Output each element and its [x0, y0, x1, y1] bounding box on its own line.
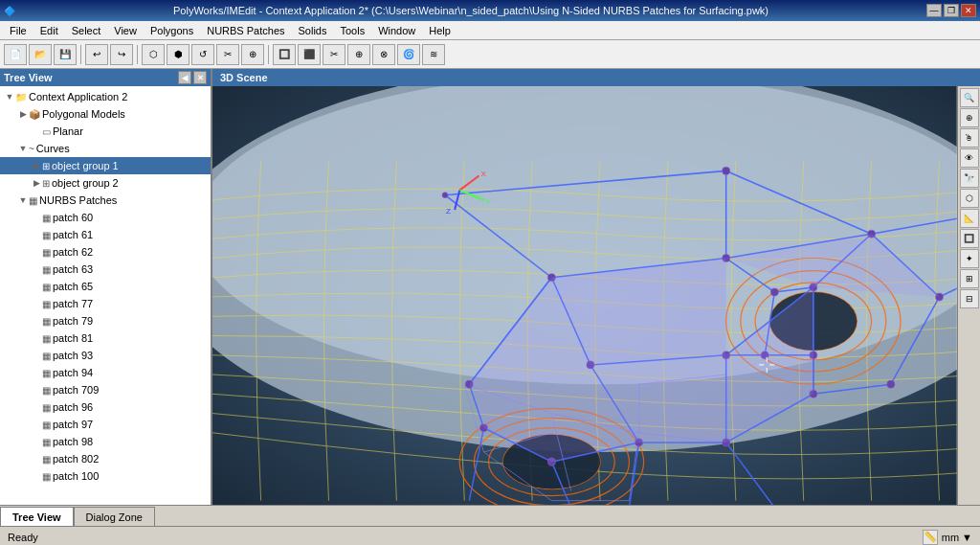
- minimize-button[interactable]: —: [926, 4, 942, 17]
- tree-expand-poly[interactable]: ▶: [17, 108, 29, 120]
- tree-item-nurbs[interactable]: ▼▦NURBS Patches: [0, 192, 211, 209]
- rt-btn-7[interactable]: 📐: [960, 209, 979, 228]
- tool14[interactable]: ≋: [422, 44, 445, 65]
- menu-item-polygons[interactable]: Polygons: [145, 23, 199, 38]
- tool9[interactable]: ⬛: [298, 44, 321, 65]
- tree-expand-nurbs[interactable]: ▼: [17, 194, 29, 206]
- menu-item-help[interactable]: Help: [423, 23, 457, 38]
- tool11[interactable]: ⊕: [347, 44, 370, 65]
- tool3[interactable]: ⬡: [142, 44, 165, 65]
- tree-icon-p61: ▦: [42, 230, 51, 240]
- tree-content[interactable]: ▼📁Context Application 2▶📦Polygonal Model…: [0, 86, 211, 505]
- close-button[interactable]: ✕: [961, 4, 976, 17]
- panel-pin-button[interactable]: ◀: [178, 71, 191, 84]
- tree-item-curves[interactable]: ▼~Curves: [0, 140, 211, 157]
- separator-3: [268, 45, 269, 64]
- tree-item-ctx2[interactable]: ▼📁Context Application 2: [0, 88, 211, 105]
- tree-item-p62[interactable]: ▦patch 62: [0, 243, 211, 261]
- rt-btn-11[interactable]: ⊟: [960, 289, 979, 308]
- tool10[interactable]: ✂: [323, 44, 345, 65]
- tool13[interactable]: 🌀: [397, 44, 420, 65]
- tree-item-p63[interactable]: ▦patch 63: [0, 261, 211, 278]
- tree-item-p65[interactable]: ▦patch 65: [0, 278, 211, 295]
- menu-item-select[interactable]: Select: [66, 23, 107, 38]
- menu-item-view[interactable]: View: [108, 23, 143, 38]
- tree-icon-p709: ▦: [42, 385, 51, 396]
- rt-btn-1[interactable]: 🔍: [960, 88, 979, 107]
- tree-icon-og1: ⊞: [42, 161, 50, 171]
- scene-panel: 3D Scene: [212, 69, 980, 505]
- tree-item-p94[interactable]: ▦patch 94: [0, 364, 211, 381]
- redo-button[interactable]: ↪: [110, 44, 133, 65]
- tool5[interactable]: ↺: [191, 44, 214, 65]
- scene-title: 3D Scene: [220, 72, 268, 83]
- menu-item-edit[interactable]: Edit: [34, 23, 64, 38]
- tool8[interactable]: 🔲: [273, 44, 296, 65]
- tree-item-p77[interactable]: ▦patch 77: [0, 295, 211, 312]
- new-button[interactable]: 📄: [4, 44, 27, 65]
- tree-panel: Tree View ◀ ✕ ▼📁Context Application 2▶📦P…: [0, 69, 212, 505]
- tree-expand-curves[interactable]: ▼: [17, 143, 29, 154]
- tree-icon-og2: ⊞: [42, 178, 50, 189]
- rt-btn-9[interactable]: ✦: [960, 249, 979, 268]
- tool12[interactable]: ⊗: [372, 44, 395, 65]
- menu-item-solids[interactable]: Solids: [293, 23, 333, 38]
- tree-item-poly[interactable]: ▶📦Polygonal Models: [0, 105, 211, 123]
- tree-item-p60[interactable]: ▦patch 60: [0, 209, 211, 226]
- tree-item-p81[interactable]: ▦patch 81: [0, 329, 211, 347]
- tree-expand-og2[interactable]: ▶: [31, 177, 42, 189]
- tree-expand-p62: [31, 246, 42, 258]
- menu-item-tools[interactable]: Tools: [334, 23, 370, 38]
- unit-label[interactable]: mm ▼: [942, 532, 972, 543]
- scene-canvas[interactable]: X Y Z 🔍 ⊕ 🖱 👁 🔭 ⬡: [212, 86, 980, 505]
- tool6[interactable]: ✂: [216, 44, 239, 65]
- tree-item-p802[interactable]: ▦patch 802: [0, 450, 211, 467]
- tree-label-p63: patch 63: [53, 263, 93, 275]
- tree-icon-poly: 📦: [29, 109, 40, 120]
- menu-item-nurbs-patches[interactable]: NURBS Patches: [201, 23, 290, 38]
- tree-icon-p81: ▦: [42, 333, 51, 344]
- rt-btn-6[interactable]: ⬡: [960, 189, 979, 208]
- panel-close-button[interactable]: ✕: [193, 71, 207, 84]
- svg-text:X: X: [480, 170, 486, 178]
- tool4[interactable]: ⬢: [167, 44, 189, 65]
- tree-item-p709[interactable]: ▦patch 709: [0, 381, 211, 398]
- rt-btn-10[interactable]: ⊞: [960, 269, 979, 288]
- tree-item-p98[interactable]: ▦patch 98: [0, 433, 211, 450]
- menu-item-window[interactable]: Window: [372, 23, 421, 38]
- tree-item-p79[interactable]: ▦patch 79: [0, 312, 211, 329]
- unit-icon[interactable]: 📏: [923, 530, 938, 545]
- tree-expand-p100: [31, 470, 42, 482]
- tree-item-p100[interactable]: ▦patch 100: [0, 467, 211, 485]
- tree-expand-p60: [31, 212, 42, 223]
- bottom-tab-tree-view[interactable]: Tree View: [0, 507, 74, 526]
- restore-button[interactable]: ❐: [944, 4, 959, 17]
- bottom-tab-dialog-zone[interactable]: Dialog Zone: [74, 507, 155, 526]
- open-button[interactable]: 📂: [29, 44, 52, 65]
- rt-btn-2[interactable]: ⊕: [960, 108, 979, 127]
- tool7[interactable]: ⊕: [241, 44, 264, 65]
- tree-label-p98: patch 98: [53, 436, 93, 447]
- tree-item-planar[interactable]: ▭Planar: [0, 123, 211, 140]
- save-button[interactable]: 💾: [54, 44, 77, 65]
- tree-label-p62: patch 62: [53, 246, 93, 258]
- tree-expand-p96: [31, 401, 42, 413]
- rt-btn-5[interactable]: 🔭: [960, 169, 979, 188]
- rt-btn-8[interactable]: 🔲: [960, 229, 979, 248]
- rt-btn-3[interactable]: 🖱: [960, 128, 979, 148]
- tree-expand-p79: [31, 315, 42, 327]
- menu-item-file[interactable]: File: [4, 23, 33, 38]
- tree-item-og1[interactable]: ▶⊞object group 1: [0, 157, 211, 174]
- tree-item-p97[interactable]: ▦patch 97: [0, 416, 211, 433]
- undo-button[interactable]: ↩: [85, 44, 108, 65]
- tree-item-p61[interactable]: ▦patch 61: [0, 226, 211, 243]
- tree-item-p96[interactable]: ▦patch 96: [0, 398, 211, 416]
- tree-icon-p100: ▦: [42, 471, 51, 482]
- rt-btn-4[interactable]: 👁: [960, 148, 979, 168]
- tree-label-og1: object group 1: [52, 160, 119, 171]
- tree-expand-ctx2[interactable]: ▼: [4, 91, 15, 102]
- tree-item-og2[interactable]: ▶⊞object group 2: [0, 174, 211, 192]
- tree-expand-og1[interactable]: ▶: [31, 160, 42, 171]
- tree-item-p93[interactable]: ▦patch 93: [0, 347, 211, 364]
- title-bar-text: PolyWorks/IMEdit - Context Application 2…: [15, 5, 926, 16]
